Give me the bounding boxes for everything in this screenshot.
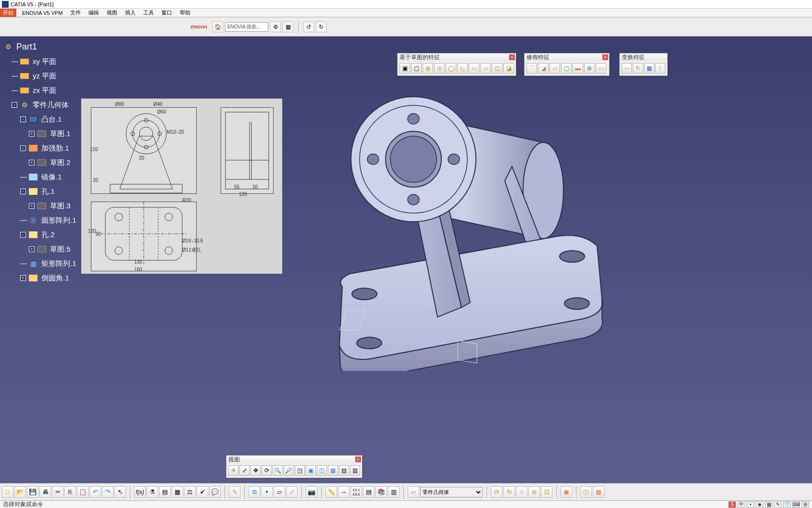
toolbar-view[interactable]: 视图 × ✈ ⤢ ✥ ⟳ 🔍 🔎 ◳ ▣ ◫ ▦ ▤ ▥	[226, 455, 362, 478]
print-button[interactable]: 🖶	[39, 486, 51, 498]
menu-enovia[interactable]: ENOVIA V5 VPM	[18, 10, 66, 16]
enovia-tool4-button[interactable]: ↻	[316, 22, 326, 32]
axis-system-button[interactable]: ⧉	[249, 486, 260, 498]
ime-lang[interactable]: 中	[737, 501, 745, 508]
save-button[interactable]: 💾	[27, 486, 38, 498]
plane-button[interactable]: ▱	[274, 486, 285, 498]
tree-toggle[interactable]: +	[29, 246, 35, 252]
design-table-button[interactable]: ▦	[172, 486, 183, 498]
comment-button[interactable]: 💬	[209, 486, 221, 498]
enovia-tool3-button[interactable]: ↺	[303, 22, 314, 32]
thread-rep-button[interactable]: ⊚	[528, 486, 540, 498]
close-icon[interactable]: ×	[602, 54, 608, 60]
tree-root[interactable]: ⚙ Part1	[3, 39, 128, 54]
tree-toggle[interactable]: +	[29, 160, 35, 165]
line-button[interactable]: ⟋	[286, 486, 298, 498]
tree-toggle[interactable]: -	[12, 102, 17, 108]
stiffener-button[interactable]: ▱	[480, 63, 491, 74]
tray-icon-4[interactable]: ✎	[774, 501, 782, 508]
translate-button[interactable]: ↔	[622, 63, 632, 74]
law-button[interactable]: ⚖	[184, 486, 196, 498]
tray-icon-3[interactable]: ▦	[765, 501, 773, 508]
render-mode-button[interactable]: ▦	[328, 465, 338, 476]
toolbar-title[interactable]: 变换特征	[620, 53, 667, 61]
zoom-in-button[interactable]: 🔍	[273, 465, 283, 476]
tree-toggle[interactable]: -	[20, 189, 26, 194]
tray-icon-1[interactable]: •	[747, 501, 754, 508]
draft-button[interactable]: ▱	[550, 63, 560, 74]
enovia-home-button[interactable]: 🏠	[212, 22, 223, 32]
shell-button[interactable]: ▢	[561, 63, 572, 74]
tree-toggle[interactable]: -	[20, 145, 26, 151]
check-button[interactable]: ✔	[197, 486, 208, 498]
toolbar-title[interactable]: 视图 ×	[226, 456, 362, 463]
tree-toggle[interactable]: -	[20, 116, 26, 122]
iso-view-button[interactable]: ▣	[306, 465, 316, 476]
enovia-tool1-button[interactable]: ⚙	[270, 22, 281, 32]
close-icon[interactable]: ×	[355, 457, 361, 462]
solid-combine-button[interactable]: ▭	[469, 63, 479, 74]
rotate-button[interactable]: ↻	[633, 63, 643, 74]
toolbar-dress-features[interactable]: 修饰特征 × ⌒ ◢ ▱ ▢ ▬ ⊚ ▭	[524, 53, 610, 76]
section-button[interactable]: ▥	[388, 486, 400, 498]
pad-button[interactable]: ▣	[400, 63, 410, 74]
measure-item-button[interactable]: 📏	[325, 486, 337, 498]
toolbar-title[interactable]: 修饰特征 ×	[525, 53, 609, 61]
ime-badge[interactable]: S	[728, 501, 736, 508]
copy-button[interactable]: ⎘	[64, 486, 76, 498]
tree-toggle[interactable]: +	[20, 275, 26, 281]
start-menu[interactable]: 开始	[0, 9, 16, 17]
paste-button[interactable]: 📋	[77, 486, 88, 498]
thread-button[interactable]: ⊚	[584, 63, 595, 74]
menu-file[interactable]: 文件	[66, 9, 85, 17]
open-button[interactable]: 📂	[14, 486, 26, 498]
remove-lump-button[interactable]: ◫	[580, 486, 592, 498]
undo-button[interactable]: ↶	[89, 486, 101, 498]
multiview-button[interactable]: ◫	[317, 465, 327, 476]
shaft-button[interactable]: ◍	[423, 63, 433, 74]
tree-toggle[interactable]: +	[29, 131, 35, 137]
pan-button[interactable]: ✥	[250, 465, 261, 476]
toolbar-title[interactable]: 基于草图的特征 ×	[398, 53, 516, 61]
hole-button[interactable]: ◯	[446, 63, 456, 74]
viewport-3d[interactable]: ⚙ Part1 xy 平面 yz 平面 zx 平面 - ⚙ 零件几何体 - 凸台…	[0, 37, 812, 483]
measure-between-button[interactable]: ↔	[338, 486, 350, 498]
tree-node-zx-plane[interactable]: zx 平面	[3, 84, 128, 97]
tree-node-xy-plane[interactable]: xy 平面	[3, 55, 128, 68]
mean-dim-button[interactable]: ⊡	[541, 486, 552, 498]
tray-icon-6[interactable]: ⌨	[792, 501, 800, 508]
menu-help[interactable]: 帮助	[176, 9, 194, 17]
measure-inertia-button[interactable]: 10.110.0	[350, 486, 362, 498]
camera-button[interactable]: 📷	[306, 486, 317, 498]
pattern-button[interactable]: ⋮	[655, 63, 665, 74]
hide-show-button[interactable]: ▤	[339, 465, 349, 476]
catalog-button[interactable]: 📚	[375, 486, 387, 498]
thickness-button[interactable]: ▬	[573, 63, 583, 74]
rotate-view-button[interactable]: ⟳	[262, 465, 272, 476]
swap-visible-button[interactable]: ▥	[350, 465, 360, 476]
menu-insert[interactable]: 插入	[121, 9, 139, 17]
update-button[interactable]: ⟳	[491, 486, 502, 498]
normal-view-button[interactable]: ◳	[295, 465, 305, 476]
enovia-tool2-button[interactable]: ▦	[283, 22, 293, 32]
redo-button[interactable]: ↷	[102, 486, 113, 498]
enovia-search-input[interactable]: ENOVIA 搜索...	[225, 22, 268, 32]
multisection-button[interactable]: ◫	[492, 63, 502, 74]
knowledge-button[interactable]: ⚗	[147, 486, 158, 498]
formula-button[interactable]: f(x)	[134, 486, 146, 498]
menu-view[interactable]: 视图	[103, 9, 121, 17]
groove-button[interactable]: ◎	[434, 63, 445, 74]
remove-lump2-button[interactable]: ▦	[593, 486, 604, 498]
tree-toggle[interactable]: +	[29, 203, 35, 209]
rib-button[interactable]: ◺	[457, 63, 468, 74]
fillet-button[interactable]: ⌒	[526, 63, 537, 74]
pocket-button[interactable]: ▢	[411, 63, 422, 74]
mirror-button[interactable]: ▦	[644, 63, 654, 74]
fly-button[interactable]: ✈	[228, 465, 238, 476]
manual-update-button[interactable]: ↻	[503, 486, 515, 498]
close-icon[interactable]: ×	[509, 54, 515, 60]
parameters-button[interactable]: ▤	[159, 486, 171, 498]
menu-edit[interactable]: 编辑	[85, 9, 103, 17]
zoom-out-button[interactable]: 🔎	[284, 465, 294, 476]
sketch-button[interactable]: ✎	[229, 486, 240, 498]
